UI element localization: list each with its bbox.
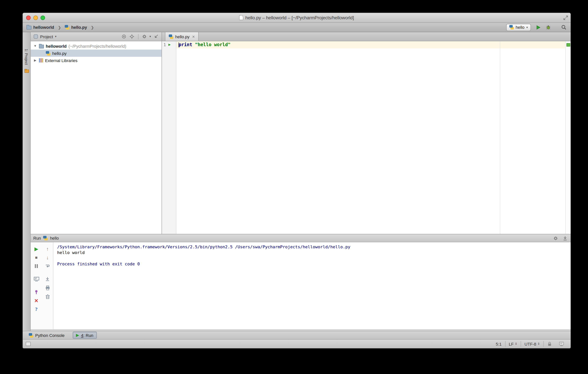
run-panel-header[interactable]: Run hello — [31, 234, 571, 242]
tree-row-project-root[interactable]: ▼ helloworld (~/PycharmProjects/hellowor… — [31, 43, 162, 50]
window-controls — [26, 13, 45, 22]
gear-icon[interactable] — [552, 235, 558, 241]
python-icon — [29, 333, 33, 337]
scroll-to-end-icon[interactable] — [44, 276, 51, 282]
project-root-path: (~/PycharmProjects/helloworld) — [68, 44, 126, 48]
soft-wrap-icon[interactable] — [44, 263, 51, 269]
chevron-right-icon[interactable]: ▶ — [33, 59, 37, 62]
print-icon[interactable] — [44, 284, 51, 291]
close-window-button[interactable] — [26, 15, 31, 20]
navigation-bar: helloworld ❯ hello.py ❯ hello ▾ — [23, 23, 571, 32]
tab-hello-py[interactable]: hello.py × — [165, 32, 199, 41]
pin-icon[interactable] — [33, 289, 40, 295]
run-toolbar-primary: ▶ ■ ✕ ? — [31, 242, 42, 329]
chevron-down-icon: ⇕ — [515, 342, 517, 346]
locate-icon[interactable] — [121, 33, 127, 40]
project-tree[interactable]: ▼ helloworld (~/PycharmProjects/hellowor… — [31, 41, 162, 234]
inspection-ok-indicator[interactable] — [567, 43, 570, 47]
run-tool-button[interactable]: ▶ 4: Run — [73, 331, 97, 339]
upper-split: Project ▾ — [31, 32, 571, 234]
right-margin-line — [500, 41, 500, 234]
debug-bug-icon[interactable] — [545, 24, 551, 30]
close-icon[interactable]: × — [191, 34, 195, 39]
tree-row-external-libraries[interactable]: ▶ External Libraries — [31, 57, 162, 64]
code-area[interactable]: print "hello world" — [176, 41, 565, 234]
chevron-right-icon: ❯ — [56, 25, 63, 29]
run-config-name: hello — [50, 236, 59, 240]
run-toolbar: hello ▾ — [506, 24, 567, 31]
run-button[interactable] — [535, 24, 541, 30]
zoom-window-button[interactable] — [41, 15, 45, 20]
rerun-icon[interactable]: ▶ — [33, 245, 40, 252]
fullscreen-icon[interactable] — [563, 16, 568, 20]
hide-panel-icon[interactable] — [153, 33, 159, 40]
editor[interactable]: 1 ▶ print "hello world" — [162, 41, 571, 234]
breadcrumb-hello-py[interactable]: hello.py — [71, 25, 87, 30]
pause-icon[interactable] — [33, 263, 40, 269]
tree-row-hello-py[interactable]: hello.py — [31, 50, 162, 57]
tool-buttons-bar: Python Console ▶ 4: Run — [23, 331, 571, 339]
line-separator-select[interactable]: LF⇕ — [505, 342, 521, 346]
run-configuration-select[interactable]: hello ▾ — [506, 24, 531, 31]
current-line-highlight — [176, 41, 565, 48]
divider — [138, 34, 138, 39]
stop-icon[interactable]: ■ — [33, 254, 40, 261]
down-stack-trace-icon[interactable]: ↓ — [44, 254, 51, 261]
run-configuration-label: hello — [515, 25, 525, 30]
close-icon[interactable]: ✕ — [33, 297, 40, 304]
python-file-icon — [46, 51, 50, 55]
python-file-icon — [169, 34, 173, 39]
highlighting-level-icon[interactable] — [556, 342, 567, 346]
project-panel-title[interactable]: Project — [40, 34, 53, 39]
run-toolbar-secondary: ↑ ↓ — [42, 242, 53, 329]
python-icon — [43, 236, 48, 240]
run-icon: ▶ — [76, 333, 79, 338]
project-stripe-icon[interactable] — [24, 68, 29, 73]
gear-icon[interactable] — [142, 33, 147, 40]
project-panel-header: Project ▾ — [31, 32, 162, 41]
chevron-right-icon: ❯ — [89, 25, 96, 29]
chevron-down-icon[interactable]: ▾ — [149, 35, 151, 38]
encoding-select[interactable]: UTF-8⇕ — [521, 342, 543, 346]
console-line-stdout: hello world — [57, 250, 567, 256]
code-keyword: print — [178, 42, 192, 47]
console-output[interactable]: /System/Library/Frameworks/Python.framew… — [53, 242, 571, 329]
project-panel: Project ▾ — [31, 32, 162, 234]
hide-panel-icon[interactable] — [562, 235, 568, 241]
up-stack-trace-icon[interactable]: ↑ — [44, 245, 51, 252]
run-panel: Run hello — [31, 234, 571, 331]
python-console-tool-button[interactable]: Python Console — [25, 332, 68, 339]
content-column: Project ▾ — [31, 32, 571, 331]
python-file-icon — [65, 25, 69, 30]
run-panel-title: Run — [33, 236, 41, 240]
breadcrumb: helloworld ❯ hello.py ❯ — [26, 25, 96, 30]
pycharm-window: hello.py – helloworld – [~/PycharmProjec… — [22, 12, 571, 349]
help-icon[interactable]: ? — [33, 306, 40, 313]
editor-tab-bar: hello.py × — [162, 32, 571, 41]
editor-column: hello.py × 1 ▶ p — [162, 32, 571, 234]
run-panel-body: ▶ ■ ✕ ? — [31, 242, 571, 329]
project-tool-button[interactable]: 1: Project — [24, 49, 28, 65]
inspection-stripe[interactable] — [565, 41, 571, 234]
scroll-from-source-icon[interactable] — [129, 33, 135, 40]
python-icon — [509, 25, 514, 30]
lock-icon[interactable] — [544, 342, 556, 346]
restore-layout-icon[interactable] — [33, 276, 40, 282]
toolwindow-toggle-icon[interactable] — [26, 342, 31, 346]
search-icon[interactable] — [561, 24, 567, 30]
window-title: hello.py – helloworld – [~/PycharmProjec… — [239, 15, 354, 20]
run-line-marker-icon[interactable]: ▶ — [168, 43, 171, 47]
editor-gutter[interactable]: 1 ▶ — [162, 41, 176, 234]
minimize-window-button[interactable] — [33, 15, 38, 20]
caret-position[interactable]: 5:1 — [493, 342, 505, 346]
titlebar[interactable]: hello.py – helloworld – [~/PycharmProjec… — [23, 13, 571, 23]
chevron-down-icon[interactable]: ▼ — [33, 44, 37, 48]
chevron-down-icon[interactable]: ▾ — [55, 35, 57, 38]
tree-file-label: hello.py — [52, 51, 67, 55]
console-line-command: /System/Library/Frameworks/Python.framew… — [57, 244, 567, 250]
libraries-icon — [39, 58, 43, 63]
status-bar-right: 5:1 LF⇕ UTF-8⇕ — [493, 341, 567, 347]
breadcrumb-helloworld[interactable]: helloworld — [33, 25, 54, 30]
folder-icon — [26, 26, 32, 30]
clear-all-icon[interactable] — [44, 293, 51, 300]
